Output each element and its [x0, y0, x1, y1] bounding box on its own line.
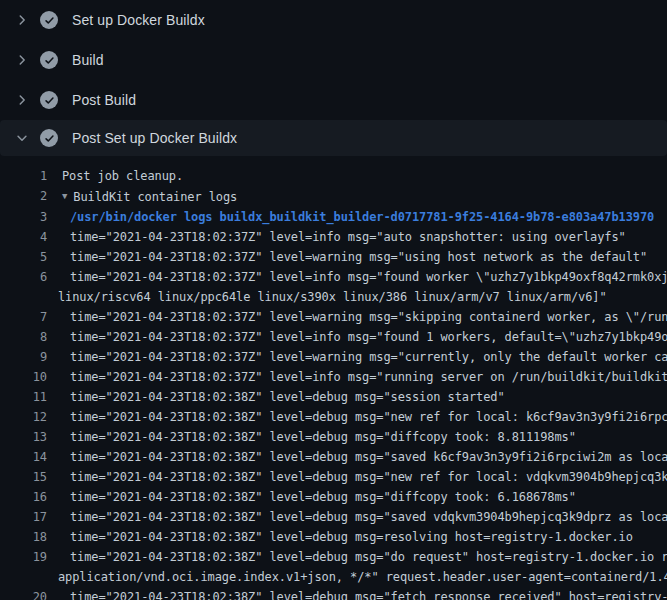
check-circle-icon [40, 51, 58, 69]
log-line: 10time="2021-04-23T18:02:37Z" level=info… [0, 367, 667, 387]
log-text: time="2021-04-23T18:02:37Z" level=info m… [47, 267, 667, 287]
log-text: time="2021-04-23T18:02:38Z" level=debug … [47, 407, 667, 427]
log-text: time="2021-04-23T18:02:38Z" level=debug … [47, 387, 505, 407]
log-text: time="2021-04-23T18:02:38Z" level=debug … [47, 547, 667, 567]
log-text: time="2021-04-23T18:02:37Z" level=warnin… [47, 307, 667, 327]
log-line: 11time="2021-04-23T18:02:38Z" level=debu… [0, 387, 667, 407]
step-header-set-up-docker-buildx[interactable]: Set up Docker Buildx [0, 0, 667, 40]
line-number[interactable]: 10 [0, 367, 47, 387]
actions-log-panel: Set up Docker BuildxBuildPost BuildPost … [0, 0, 667, 600]
line-number[interactable]: 11 [0, 387, 47, 407]
log-line: 6time="2021-04-23T18:02:37Z" level=info … [0, 267, 667, 287]
log-line: 17time="2021-04-23T18:02:38Z" level=debu… [0, 507, 667, 527]
log-line: 18time="2021-04-23T18:02:38Z" level=debu… [0, 527, 667, 547]
log-text: time="2021-04-23T18:02:38Z" level=debug … [47, 527, 633, 547]
step-label: Post Set up Docker Buildx [72, 130, 237, 146]
step-header-build[interactable]: Build [0, 40, 667, 80]
line-number[interactable]: 18 [0, 527, 47, 547]
log-text: time="2021-04-23T18:02:38Z" level=debug … [47, 467, 667, 487]
log-line: 15time="2021-04-23T18:02:38Z" level=debu… [0, 467, 667, 487]
steps-list: Set up Docker BuildxBuildPost BuildPost … [0, 0, 667, 156]
line-number[interactable]: 8 [0, 327, 47, 347]
log-text: ▼BuildKit container logs [47, 186, 237, 207]
group-collapse-icon[interactable]: ▼ [62, 186, 67, 206]
step-label: Post Build [72, 92, 136, 108]
log-text: time="2021-04-23T18:02:38Z" level=debug … [47, 447, 667, 467]
line-number[interactable]: 4 [0, 227, 47, 247]
chevron-right-icon[interactable] [13, 91, 31, 109]
log-line: 8time="2021-04-23T18:02:37Z" level=info … [0, 327, 667, 347]
log-text: application/vnd.oci.image.index.v1+json,… [47, 567, 667, 587]
log-line: 20time="2021-04-23T18:02:38Z" level=debu… [0, 587, 667, 600]
log-text: time="2021-04-23T18:02:37Z" level=info m… [47, 327, 667, 347]
line-number[interactable]: 14 [0, 447, 47, 467]
check-circle-icon [40, 91, 58, 109]
log-line: 3/usr/bin/docker logs buildx_buildkit_bu… [0, 207, 667, 227]
log-text: time="2021-04-23T18:02:37Z" level=warnin… [47, 347, 667, 367]
log-text: time="2021-04-23T18:02:38Z" level=debug … [47, 507, 667, 527]
log-line: 2▼BuildKit container logs [0, 186, 667, 207]
line-number[interactable]: 6 [0, 267, 47, 287]
chevron-right-icon[interactable] [13, 51, 31, 69]
log-line: 16time="2021-04-23T18:02:38Z" level=debu… [0, 487, 667, 507]
chevron-down-icon[interactable] [13, 129, 31, 147]
log-line: 7time="2021-04-23T18:02:37Z" level=warni… [0, 307, 667, 327]
line-number[interactable]: 16 [0, 487, 47, 507]
line-number[interactable]: 1 [0, 166, 47, 186]
line-number[interactable]: 5 [0, 247, 47, 267]
step-header-post-build[interactable]: Post Build [0, 80, 667, 120]
log-text: time="2021-04-23T18:02:37Z" level=info m… [47, 367, 667, 387]
check-circle-icon [40, 129, 58, 147]
line-number[interactable]: 19 [0, 547, 47, 567]
log-command-text: /usr/bin/docker logs buildx_buildkit_bui… [47, 207, 654, 227]
log-text: time="2021-04-23T18:02:38Z" level=debug … [47, 427, 576, 447]
log-text: time="2021-04-23T18:02:37Z" level=warnin… [47, 247, 647, 267]
log-line: 14time="2021-04-23T18:02:38Z" level=debu… [0, 447, 667, 467]
line-number[interactable]: 2 [0, 186, 47, 207]
check-circle-icon [40, 11, 58, 29]
log-text: Post job cleanup. [47, 166, 183, 186]
log-text: time="2021-04-23T18:02:38Z" level=debug … [47, 487, 576, 507]
line-number-empty [0, 287, 47, 307]
log-line: 1Post job cleanup. [0, 166, 667, 186]
log-lines: 1Post job cleanup.2▼BuildKit container l… [0, 156, 667, 600]
line-number[interactable]: 13 [0, 427, 47, 447]
log-line: 19time="2021-04-23T18:02:38Z" level=debu… [0, 547, 667, 567]
line-number-empty [0, 567, 47, 587]
line-number[interactable]: 17 [0, 507, 47, 527]
log-line: 4time="2021-04-23T18:02:37Z" level=info … [0, 227, 667, 247]
line-number[interactable]: 3 [0, 207, 47, 227]
log-line: 9time="2021-04-23T18:02:37Z" level=warni… [0, 347, 667, 367]
log-line: 12time="2021-04-23T18:02:38Z" level=debu… [0, 407, 667, 427]
line-number[interactable]: 12 [0, 407, 47, 427]
log-line-wrap: linux/riscv64 linux/ppc64le linux/s390x … [0, 287, 667, 307]
log-text: time="2021-04-23T18:02:38Z" level=debug … [47, 587, 667, 600]
log-line-wrap: application/vnd.oci.image.index.v1+json,… [0, 567, 667, 587]
step-label: Build [72, 52, 104, 68]
line-number[interactable]: 9 [0, 347, 47, 367]
line-number[interactable]: 15 [0, 467, 47, 487]
log-line: 5time="2021-04-23T18:02:37Z" level=warni… [0, 247, 667, 267]
log-text: time="2021-04-23T18:02:37Z" level=info m… [47, 227, 626, 247]
step-header-post-set-up-docker-buildx[interactable]: Post Set up Docker Buildx [0, 120, 667, 156]
line-number[interactable]: 20 [0, 587, 47, 600]
step-label: Set up Docker Buildx [72, 12, 205, 28]
chevron-right-icon[interactable] [13, 11, 31, 29]
line-number[interactable]: 7 [0, 307, 47, 327]
log-text: linux/riscv64 linux/ppc64le linux/s390x … [47, 287, 607, 307]
log-line: 13time="2021-04-23T18:02:38Z" level=debu… [0, 427, 667, 447]
